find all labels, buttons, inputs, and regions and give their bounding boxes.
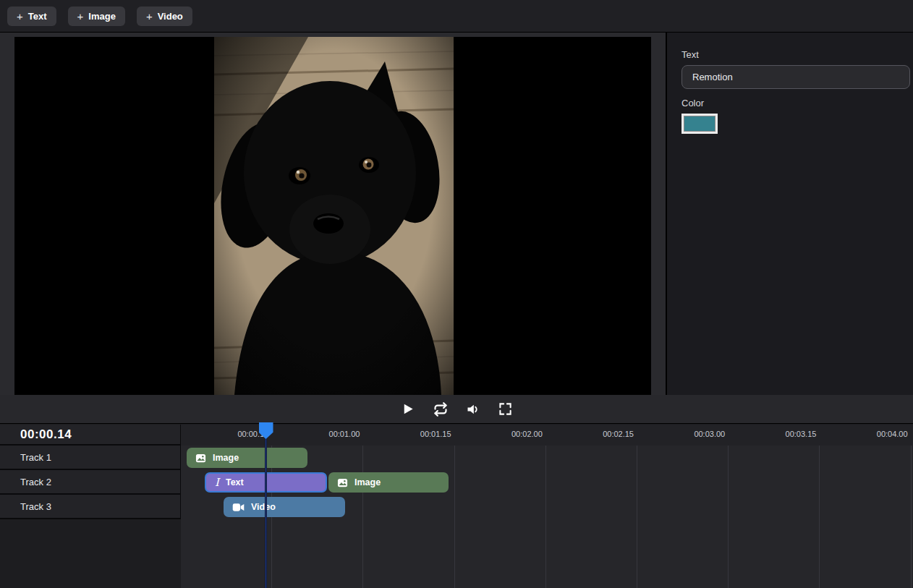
inspector-panel: Text Color <box>666 33 913 395</box>
plus-icon: + <box>77 10 84 22</box>
timeline-ruler[interactable]: 00:00.1500:01.0000:01.1500:02.0000:02.15… <box>181 425 913 446</box>
track-row: Track 2 <box>0 470 180 495</box>
text-input[interactable] <box>681 65 910 89</box>
volume-icon[interactable] <box>465 401 481 417</box>
video-canvas: Remotion <box>14 37 651 395</box>
ruler-tick-label: 00:04.00 <box>877 430 908 438</box>
gridline <box>911 425 912 588</box>
ruler-tick-label: 00:03.15 <box>786 430 817 438</box>
clip-label: Text <box>226 477 244 487</box>
plus-icon: + <box>146 10 153 22</box>
text-field-label: Text <box>681 49 913 60</box>
track-row: Track 3 <box>0 495 180 519</box>
top-toolbar: + Text + Image + Video <box>0 0 913 33</box>
clip-label: Image <box>354 477 381 487</box>
track-label: Track 3 <box>20 501 51 512</box>
add-text-button[interactable]: + Text <box>7 7 56 26</box>
loop-icon[interactable] <box>433 401 449 417</box>
image-clip[interactable]: Image <box>187 448 307 468</box>
gridline <box>454 425 455 588</box>
timeline: 00:00.1500:01.0000:01.1500:02.0000:02.15… <box>0 425 913 588</box>
gridline <box>728 425 729 588</box>
clip-label: Image <box>213 453 239 463</box>
playhead-line <box>265 425 267 588</box>
image-icon <box>195 453 206 464</box>
ruler-tick-label: 00:02.15 <box>603 430 634 438</box>
play-icon[interactable] <box>400 401 416 417</box>
track-label: Track 2 <box>20 477 51 487</box>
video-icon <box>232 502 245 513</box>
video-clip[interactable]: Video <box>224 497 345 517</box>
add-video-label: Video <box>158 11 183 22</box>
text-icon: I <box>215 476 219 489</box>
fullscreen-icon[interactable] <box>498 401 514 417</box>
current-timecode: 00:00.14 <box>20 427 72 442</box>
playback-controls <box>0 395 913 424</box>
clip-label: Video <box>251 502 276 512</box>
dog-photo <box>214 37 454 395</box>
timeline-content: 00:00.1500:01.0000:01.1500:02.0000:02.15… <box>181 425 913 588</box>
ruler-tick-label: 00:02.00 <box>511 430 543 438</box>
track-name-panel: 00:00.14 Track 1Track 2Track 3 <box>0 425 181 519</box>
image-clip[interactable]: Image <box>328 472 449 493</box>
add-image-label: Image <box>88 11 116 22</box>
plus-icon: + <box>17 10 23 22</box>
gridline <box>819 425 820 588</box>
track-label: Track 1 <box>20 452 51 463</box>
add-text-label: Text <box>28 11 47 22</box>
gridline <box>545 425 546 588</box>
ruler-tick-label: 00:01.00 <box>329 430 360 438</box>
color-field-label: Color <box>681 98 913 108</box>
add-video-button[interactable]: + Video <box>137 7 192 26</box>
ruler-tick-label: 00:01.15 <box>420 430 451 438</box>
color-swatch[interactable] <box>681 114 718 134</box>
timecode-row: 00:00.14 <box>0 425 180 446</box>
ruler-tick-label: 00:03.00 <box>694 430 725 438</box>
gridline <box>637 425 637 588</box>
track-row: Track 1 <box>0 446 180 470</box>
add-image-button[interactable]: + Image <box>68 7 125 26</box>
image-icon <box>337 477 348 488</box>
gridline <box>362 425 363 588</box>
